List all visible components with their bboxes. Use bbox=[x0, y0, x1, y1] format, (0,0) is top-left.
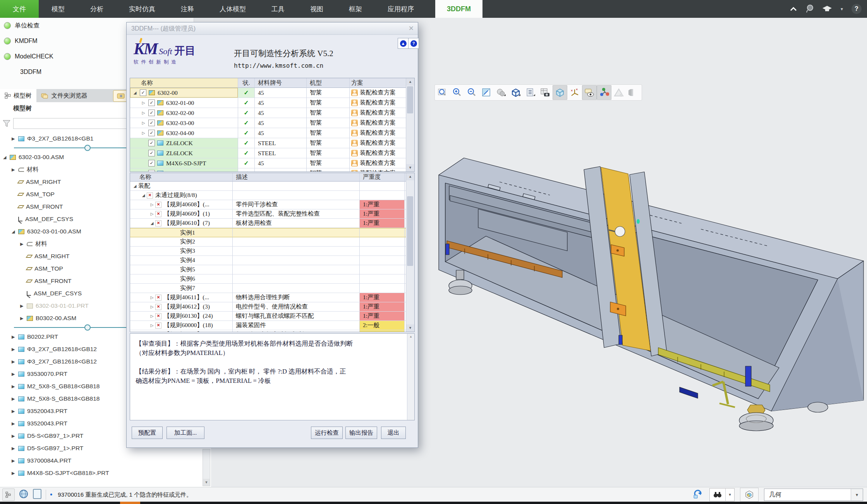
transparent-display-icon[interactable] bbox=[553, 85, 567, 100]
expand-arrow-icon[interactable]: ▷ bbox=[140, 101, 147, 105]
new-object-icon[interactable] bbox=[33, 489, 42, 501]
toggle-tree-button[interactable] bbox=[2, 489, 15, 501]
learning-center-icon[interactable] bbox=[822, 5, 832, 12]
menu-item[interactable]: 注释 bbox=[168, 0, 207, 18]
scroll-down-icon[interactable]: ▼ bbox=[203, 479, 210, 486]
menu-item[interactable]: 人体模型 bbox=[207, 0, 259, 18]
preconfig-button[interactable]: 预配置 bbox=[132, 427, 163, 439]
tab-folder-browser[interactable]: 文件夹浏览器 bbox=[36, 89, 92, 102]
machining-face-button[interactable]: 加工面... bbox=[167, 427, 204, 439]
rules-table-row[interactable]: 实例4 bbox=[130, 256, 414, 265]
selection-filter-button[interactable] bbox=[740, 488, 759, 502]
rules-table-row[interactable]: 实例1 bbox=[130, 228, 414, 237]
checkbox[interactable] bbox=[148, 140, 155, 146]
expand-arrow-icon[interactable]: ◢ bbox=[12, 229, 18, 234]
parts-table-row[interactable]: ◢ 6302-00 ✓ 45 智莱 装配检查方案 bbox=[130, 88, 414, 98]
zoom-in-icon[interactable] bbox=[450, 85, 464, 100]
parts-table-row[interactable]: ▷ 6302-01-00 ✓ 45 智莱 装配检查方案 bbox=[130, 98, 414, 108]
simulation-check-icon[interactable] bbox=[611, 85, 626, 100]
view-manager-icon[interactable] bbox=[523, 85, 538, 100]
tab-3ddfm[interactable]: 3DDFM bbox=[435, 0, 482, 18]
expand-arrow-icon[interactable]: ▶ bbox=[20, 303, 27, 309]
expand-arrow-icon[interactable]: ▷ bbox=[149, 212, 155, 216]
expand-arrow-icon[interactable]: ▷ bbox=[149, 202, 155, 207]
expand-arrow-icon[interactable]: ▷ bbox=[149, 323, 155, 327]
menu-item[interactable]: 实时仿真 bbox=[116, 0, 168, 18]
rules-table-row[interactable]: ◢ 【规则40610】(7) 板材选用检查 1:严重 bbox=[130, 219, 414, 228]
rules-table-row[interactable]: ▷ 【规则40609】(1) 零件选型匹配、装配完整性检查 1:严重 bbox=[130, 209, 414, 219]
checkbox[interactable] bbox=[140, 89, 146, 96]
annotation-display-icon[interactable] bbox=[582, 85, 597, 100]
details-scrollbar[interactable]: ▲ bbox=[407, 334, 414, 420]
find-caret-icon[interactable]: ▼ bbox=[725, 489, 734, 501]
col-header-severity[interactable]: 严重度 bbox=[360, 173, 405, 182]
rules-table-row[interactable]: ◢ 未通过规则(8/8) bbox=[130, 191, 414, 200]
col-header-name[interactable]: 名称 bbox=[130, 78, 238, 88]
web-browser-icon[interactable] bbox=[19, 489, 29, 501]
tree-item[interactable]: ▶ 93700084A.PRT bbox=[0, 454, 211, 467]
export-report-button[interactable]: 输出报告 bbox=[345, 427, 377, 439]
expand-arrow-icon[interactable]: ▶ bbox=[12, 458, 18, 463]
expand-arrow-icon[interactable]: ▶ bbox=[12, 446, 18, 451]
expand-arrow-icon[interactable]: ▶ bbox=[12, 334, 18, 339]
scroll-down-icon[interactable]: ▼ bbox=[406, 164, 414, 171]
expand-arrow-icon[interactable]: ▶ bbox=[12, 421, 18, 426]
regenerate-icon[interactable] bbox=[692, 489, 704, 501]
scroll-up-icon[interactable]: ▲ bbox=[406, 78, 414, 86]
parts-table-row[interactable]: ▷ 6302-02-00 ✓ 45 智莱 装配检查方案 bbox=[130, 108, 414, 118]
parts-scrollbar[interactable]: ▲ ▼ bbox=[406, 78, 414, 171]
expand-arrow-icon[interactable]: ◢ bbox=[149, 221, 155, 225]
menu-item[interactable]: 应用程序 bbox=[375, 0, 427, 18]
expand-arrow-icon[interactable]: ▶ bbox=[12, 434, 18, 439]
tree-item[interactable]: ▶ M4X8-SD-SJPT<GB818>.PRT bbox=[0, 467, 211, 479]
dialog-help-button[interactable]: ? bbox=[408, 38, 419, 49]
expand-arrow-icon[interactable]: ▶ bbox=[12, 359, 18, 364]
datum-display-icon[interactable]: ×× bbox=[567, 85, 582, 100]
help-icon[interactable]: ? bbox=[852, 4, 862, 14]
expand-arrow-icon[interactable]: ▶ bbox=[20, 242, 27, 247]
rules-table-row[interactable]: ▷ 【规则60130】(24) 螺钉与螺孔直径或螺距不匹配 1:严重 bbox=[130, 312, 414, 321]
menu-item[interactable]: 工具 bbox=[259, 0, 297, 18]
refit-icon[interactable] bbox=[435, 85, 450, 100]
tree-scrollbar[interactable]: ▼ bbox=[203, 449, 210, 486]
menu-item[interactable]: 模型 bbox=[39, 0, 77, 18]
rules-table-row[interactable]: ▷ 【规则60000】(18) 漏装紧固件 2:一般 bbox=[130, 321, 414, 330]
expand-arrow-icon[interactable]: ▶ bbox=[12, 384, 18, 389]
checkbox[interactable] bbox=[148, 170, 155, 172]
col-header-machine[interactable]: 机型 bbox=[307, 78, 350, 88]
filter-icon[interactable] bbox=[2, 119, 11, 128]
rules-table-row[interactable]: 实例7 bbox=[130, 284, 414, 293]
zoom-out-icon[interactable] bbox=[464, 85, 479, 100]
expand-arrow-icon[interactable]: ▶ bbox=[12, 396, 18, 401]
expand-arrow-icon[interactable]: ▶ bbox=[12, 372, 18, 377]
saved-views-icon[interactable] bbox=[508, 85, 523, 100]
expand-arrow-icon[interactable]: ◢ bbox=[140, 193, 147, 197]
menu-item[interactable]: 框架 bbox=[336, 0, 375, 18]
find-icon[interactable] bbox=[710, 489, 725, 501]
rules-scrollbar[interactable]: ▲ ▼ bbox=[406, 173, 414, 332]
user-info-button[interactable]: ▲ bbox=[398, 38, 409, 49]
col-header-desc[interactable]: 描述 bbox=[233, 173, 360, 182]
rules-table-row[interactable]: ▷ 【规则40611】(... 物料选用合理性判断 1:严重 bbox=[130, 293, 414, 302]
expand-arrow-icon[interactable]: ▷ bbox=[149, 295, 155, 300]
close-icon[interactable]: ✕ bbox=[409, 24, 414, 33]
expand-arrow-icon[interactable]: ▷ bbox=[140, 131, 147, 135]
expand-arrow-icon[interactable]: ▷ bbox=[140, 111, 147, 115]
checkbox[interactable] bbox=[148, 120, 155, 126]
expand-arrow-icon[interactable]: ◢ bbox=[132, 184, 138, 188]
command-search-icon[interactable] bbox=[805, 4, 814, 14]
capture-image-icon[interactable] bbox=[538, 85, 553, 100]
rules-table-row[interactable]: 实例6 bbox=[130, 274, 414, 284]
menu-item[interactable]: 视图 bbox=[297, 0, 336, 18]
rules-table-row[interactable]: ▷ 【规则40608】(... 零件间干涉检查 1:严重 bbox=[130, 200, 414, 209]
col-header-material[interactable]: 材料牌号 bbox=[255, 78, 307, 88]
expand-arrow-icon[interactable]: ▶ bbox=[12, 409, 18, 414]
col-header-status[interactable]: 状. bbox=[238, 78, 255, 88]
exit-button[interactable]: 退出 bbox=[381, 427, 406, 439]
checkbox[interactable] bbox=[148, 150, 155, 156]
checkbox[interactable] bbox=[148, 160, 155, 166]
parts-table-row[interactable]: M4X6-SD-SJPT ✓ 45 智莱 装配检查方案 bbox=[130, 168, 414, 172]
expand-arrow-icon[interactable]: ▶ bbox=[12, 347, 18, 352]
scroll-down-icon[interactable]: ▼ bbox=[406, 324, 414, 332]
parts-table-row[interactable]: ZL6LOCK ✓ STEEL 智莱 装配检查方案 bbox=[130, 148, 414, 158]
